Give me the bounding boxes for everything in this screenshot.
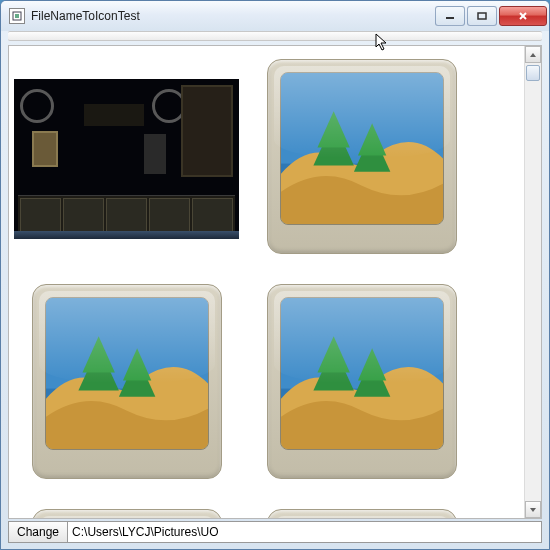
- image-placeholder[interactable]: [32, 284, 222, 479]
- thumbnail-cell: [14, 281, 239, 481]
- client-area: [8, 45, 542, 519]
- image-thumbnail[interactable]: [14, 79, 239, 239]
- thumbnail-scroll-area[interactable]: [9, 46, 524, 518]
- thumbnail-cell: [14, 56, 239, 256]
- close-button[interactable]: [499, 6, 547, 26]
- svg-marker-37: [530, 508, 536, 512]
- scroll-down-button[interactable]: [525, 501, 541, 518]
- svg-rect-1: [15, 14, 19, 18]
- thumbnail-cell: [249, 56, 474, 256]
- change-button[interactable]: Change: [8, 521, 68, 543]
- window-controls: [435, 6, 547, 26]
- image-placeholder[interactable]: [267, 59, 457, 254]
- thumbnail-cell: [249, 281, 474, 481]
- app-icon: [9, 8, 25, 24]
- image-placeholder[interactable]: [32, 509, 222, 519]
- app-window: FileNameToIconTest: [0, 0, 550, 550]
- svg-marker-36: [530, 53, 536, 57]
- bottom-bar: Change C:\Users\LYCJ\Pictures\UO: [8, 521, 542, 543]
- thumbnail-grid: [14, 56, 524, 518]
- scrollbar-track[interactable]: [525, 63, 541, 501]
- window-title: FileNameToIconTest: [31, 9, 140, 23]
- vertical-scrollbar[interactable]: [524, 46, 541, 518]
- thumbnail-cell: [14, 506, 239, 518]
- titlebar[interactable]: FileNameToIconTest: [1, 1, 549, 31]
- minimize-button[interactable]: [435, 6, 465, 26]
- image-placeholder[interactable]: [267, 284, 457, 479]
- toolbar-strip: [8, 31, 542, 41]
- scroll-up-button[interactable]: [525, 46, 541, 63]
- scrollbar-thumb[interactable]: [526, 65, 540, 81]
- path-input[interactable]: C:\Users\LYCJ\Pictures\UO: [68, 521, 542, 543]
- thumbnail-cell: [249, 506, 474, 518]
- maximize-button[interactable]: [467, 6, 497, 26]
- image-placeholder[interactable]: [267, 509, 457, 519]
- svg-rect-3: [478, 13, 486, 19]
